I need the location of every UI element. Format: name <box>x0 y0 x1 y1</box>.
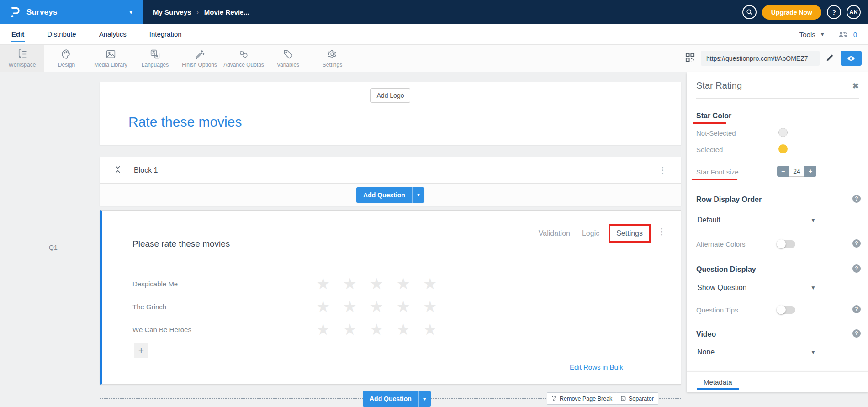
help-icon[interactable]: ? <box>852 239 861 248</box>
tab-metadata[interactable]: Metadata <box>704 378 732 390</box>
tab-analytics[interactable]: Analytics <box>99 28 127 41</box>
row-display-order-heading: Row Display Order <box>696 196 762 204</box>
toolbar-media-library[interactable]: Media Library <box>89 45 133 72</box>
breadcrumb: My Surveys › Movie Revie... <box>153 8 249 16</box>
question-tab-settings[interactable]: Settings <box>616 229 643 237</box>
row-label[interactable]: The Grinch <box>132 303 315 311</box>
preview-button[interactable] <box>841 51 862 66</box>
help-icon[interactable]: ? <box>852 329 861 338</box>
add-row-button[interactable]: + <box>134 343 148 358</box>
survey-url-field[interactable]: https://questionpro.com/t/AbOMEZ7 <box>701 51 820 66</box>
block-card: Block 1 ⋮ Add Question ▼ <box>100 157 681 206</box>
collaborator-count[interactable]: 0 <box>853 31 857 38</box>
increase-font-size-button[interactable]: + <box>804 166 816 177</box>
video-heading: Video <box>696 330 716 338</box>
toolbar-workspace[interactable]: Workspace <box>0 45 44 72</box>
help-button[interactable]: ? <box>827 5 841 19</box>
star-rating-group: ★★★★★ <box>316 322 437 337</box>
help-icon[interactable]: ? <box>852 195 861 203</box>
search-button[interactable] <box>742 5 757 19</box>
tab-edit[interactable]: Edit <box>11 28 25 41</box>
block-name[interactable]: Block 1 <box>134 166 158 174</box>
decrease-font-size-button[interactable]: − <box>777 166 789 177</box>
close-panel-icon[interactable]: ✖ <box>852 81 859 91</box>
broken-link-icon <box>551 396 557 402</box>
star-icon[interactable]: ★ <box>370 299 383 314</box>
question-menu-kebab-icon[interactable]: ⋮ <box>657 226 666 237</box>
selected-label: Selected <box>696 146 723 153</box>
alternate-colors-toggle[interactable] <box>777 240 795 248</box>
chevron-down-icon[interactable]: ▼ <box>820 32 825 37</box>
edit-rows-in-bulk-link[interactable]: Edit Rows in Bulk <box>570 363 623 371</box>
upgrade-now-button[interactable]: Upgrade Now <box>762 5 821 20</box>
not-selected-color-swatch[interactable] <box>778 128 788 137</box>
toolbar-advance-quotas[interactable]: Advance Quotas <box>222 45 266 72</box>
star-icon[interactable]: ★ <box>316 299 330 314</box>
question-display-select[interactable]: Show Question ▼ <box>697 284 816 292</box>
question-tips-toggle[interactable] <box>777 306 795 314</box>
star-icon[interactable]: ★ <box>343 322 356 337</box>
separator-button[interactable]: Separator <box>616 392 658 405</box>
add-question-button-bottom[interactable]: Add Question ▼ <box>363 391 431 407</box>
help-icon[interactable]: ? <box>852 305 861 313</box>
collaborators-icon[interactable] <box>838 31 849 38</box>
row-label[interactable]: Despicable Me <box>132 280 315 288</box>
star-icon[interactable]: ★ <box>423 276 437 291</box>
star-icon[interactable]: ★ <box>343 276 356 291</box>
toolbar-design[interactable]: Design <box>44 45 89 72</box>
toolbar-languages[interactable]: Languages <box>133 45 177 72</box>
star-icon[interactable]: ★ <box>316 276 330 291</box>
collapse-block-button[interactable] <box>115 165 121 175</box>
remove-page-break-button[interactable]: Remove Page Break <box>547 392 617 405</box>
breadcrumb-survey-name[interactable]: Movie Revie... <box>204 8 249 16</box>
add-question-button[interactable]: Add Question ▼ <box>356 187 424 203</box>
translate-icon <box>149 48 161 60</box>
star-icon[interactable]: ★ <box>396 299 410 314</box>
star-icon[interactable]: ★ <box>423 322 437 337</box>
star-rating-group: ★★★★★ <box>316 276 437 291</box>
star-icon[interactable]: ★ <box>370 276 383 291</box>
help-icon[interactable]: ? <box>852 264 861 273</box>
question-tab-logic[interactable]: Logic <box>582 229 599 238</box>
tab-integration[interactable]: Integration <box>149 28 182 41</box>
add-logo-button[interactable]: Add Logo <box>370 88 411 103</box>
selected-color-swatch[interactable] <box>778 144 788 153</box>
question-text[interactable]: Please rate these movies <box>132 239 230 249</box>
add-question-dropdown[interactable]: ▼ <box>412 187 424 203</box>
star-icon[interactable]: ★ <box>396 322 410 337</box>
block-menu-kebab-icon[interactable]: ⋮ <box>658 165 667 175</box>
toolbar-variables[interactable]: Variables <box>266 45 310 72</box>
avatar[interactable]: AK <box>847 5 861 19</box>
link-icon <box>238 48 249 60</box>
chevron-down-icon[interactable]: ▼ <box>128 9 134 16</box>
rating-row: We Can Be Heroes ★★★★★ <box>132 320 437 338</box>
star-icon[interactable]: ★ <box>316 322 330 337</box>
tools-menu[interactable]: Tools <box>799 31 815 38</box>
star-icon[interactable]: ★ <box>343 299 356 314</box>
star-icon[interactable]: ★ <box>396 276 410 291</box>
survey-title[interactable]: Rate these movies <box>128 114 242 130</box>
row-display-order-select[interactable]: Default ▼ <box>697 216 816 224</box>
product-switcher[interactable]: Surveys ▼ <box>0 0 143 24</box>
edit-url-button[interactable] <box>825 53 835 64</box>
add-question-dropdown[interactable]: ▼ <box>418 391 431 407</box>
tag-icon <box>282 48 294 60</box>
survey-canvas: Add Logo Rate these movies Block 1 ⋮ Add… <box>0 72 868 407</box>
star-icon[interactable]: ★ <box>423 299 437 314</box>
panel-title: Star Rating <box>696 80 742 91</box>
rating-row: Despicable Me ★★★★★ <box>132 275 437 293</box>
breadcrumb-my-surveys[interactable]: My Surveys <box>153 8 191 16</box>
star-rating-group: ★★★★★ <box>316 299 437 314</box>
question-tab-validation[interactable]: Validation <box>539 229 570 238</box>
toolbar-finish-options[interactable]: Finish Options <box>177 45 222 72</box>
font-size-value[interactable]: 24 <box>789 166 804 177</box>
chevron-down-icon: ▼ <box>810 349 816 355</box>
toolbar-settings[interactable]: Settings <box>310 45 355 72</box>
tab-distribute[interactable]: Distribute <box>47 28 76 41</box>
checkbox-checked-icon <box>620 396 626 402</box>
question-display-heading: Question Display <box>696 265 756 274</box>
star-icon[interactable]: ★ <box>370 322 383 337</box>
qr-code-button[interactable] <box>685 52 695 64</box>
video-select[interactable]: None ▼ <box>697 348 816 356</box>
row-label[interactable]: We Can Be Heroes <box>132 326 315 333</box>
